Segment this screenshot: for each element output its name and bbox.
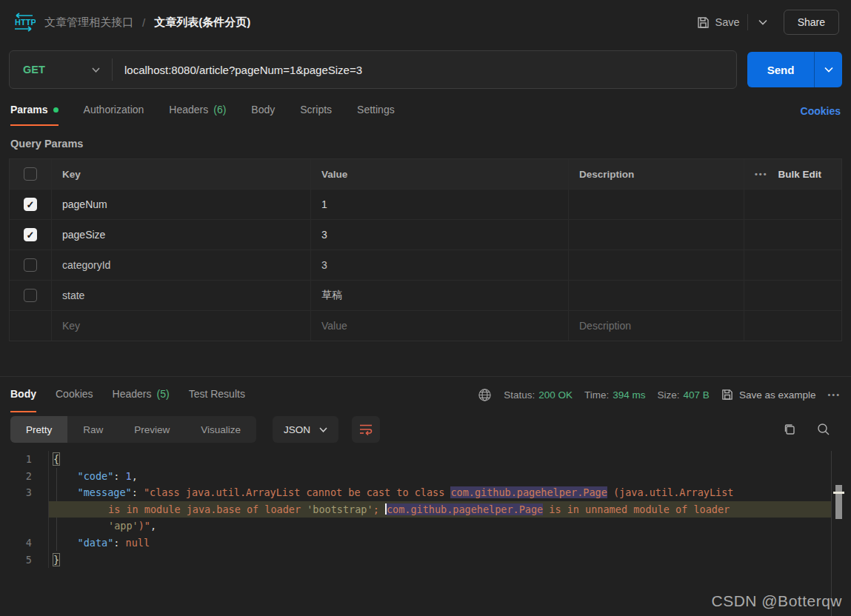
search-icon[interactable]	[817, 423, 830, 436]
tab-body[interactable]: Body	[251, 96, 275, 126]
param-value[interactable]: 1	[310, 190, 568, 219]
line-number: 4	[0, 535, 49, 552]
tab-label: Body	[251, 104, 275, 116]
save-icon	[721, 389, 733, 401]
bulk-edit-button[interactable]: Bulk Edit	[778, 169, 822, 180]
save-options-chevron-icon[interactable]	[755, 16, 770, 28]
param-row-end	[744, 281, 841, 310]
param-description[interactable]	[568, 281, 744, 310]
tab-label: Params	[10, 104, 48, 116]
view-visualize[interactable]: Visualize	[185, 416, 256, 443]
param-checkbox-unchecked[interactable]	[24, 289, 37, 302]
save-as-example-button[interactable]: Save as example	[721, 389, 816, 401]
breadcrumb-request-name[interactable]: 文章列表(条件分页)	[154, 16, 250, 30]
share-button[interactable]: Share	[784, 10, 839, 35]
scrollbar-thumb[interactable]	[835, 485, 842, 519]
watermark: CSDN @Botterqw	[711, 592, 842, 610]
line-number: 2	[0, 468, 49, 485]
send-label: Send	[747, 52, 814, 87]
response-tab-body[interactable]: Body	[10, 377, 36, 412]
view-preview[interactable]: Preview	[119, 416, 185, 443]
param-value[interactable]: 3	[310, 220, 568, 250]
code-line: 3 "message": "class java.util.ArrayList …	[0, 484, 831, 501]
tab-settings[interactable]: Settings	[357, 96, 395, 126]
param-key[interactable]: pageNum	[51, 190, 310, 219]
response-meta: Status:200 OK Time:394 ms Size:407 B Sav…	[478, 377, 841, 412]
param-row: ✓pageNum1	[10, 189, 841, 219]
param-value[interactable]: 3	[310, 250, 568, 280]
view-raw[interactable]: Raw	[67, 416, 119, 443]
line-number: 1	[0, 451, 49, 468]
param-checkbox-checked[interactable]: ✓	[24, 198, 37, 211]
query-params-rows: ✓pageNum1✓pageSize3categoryId3state草稿Key…	[10, 189, 841, 341]
cookies-link[interactable]: Cookies	[801, 105, 841, 117]
param-checkbox-unchecked[interactable]	[24, 258, 37, 272]
save-label: Save	[715, 16, 740, 28]
method-selector[interactable]: GET	[10, 64, 112, 76]
param-row-end	[744, 190, 841, 219]
tab-label: Headers	[113, 388, 152, 400]
divider	[112, 58, 113, 81]
copy-icon[interactable]	[783, 423, 796, 436]
line-number: 5	[0, 552, 49, 569]
send-options-chevron-icon[interactable]	[814, 52, 842, 87]
param-key[interactable]: pageSize	[51, 220, 310, 250]
divider	[747, 14, 748, 30]
code-scrollbar[interactable]	[831, 451, 851, 616]
param-key[interactable]: categoryId	[51, 250, 310, 280]
param-key[interactable]: Key	[51, 311, 310, 341]
format-dropdown[interactable]: JSON	[273, 416, 338, 443]
response-body-editor[interactable]: 1{2 "code": 1,3 "message": "class java.u…	[0, 451, 851, 577]
line-number	[0, 501, 49, 518]
tab-params[interactable]: Params	[10, 96, 59, 126]
params-active-dot	[53, 107, 59, 113]
save-button[interactable]: Save	[697, 16, 740, 29]
response-tab-cookies[interactable]: Cookies	[56, 377, 93, 412]
request-url-row: GET Send	[9, 50, 842, 89]
response-panel: BodyCookiesHeaders(5)Test Results Status…	[0, 376, 851, 577]
code-line: is in module java.base of loader 'bootst…	[0, 501, 831, 518]
tab-label: Test Results	[189, 388, 245, 400]
param-row-end	[744, 220, 841, 250]
param-description[interactable]: Description	[568, 311, 744, 341]
param-description[interactable]	[568, 250, 744, 280]
method-label: GET	[23, 64, 45, 76]
network-globe-icon	[478, 388, 492, 402]
tab-scripts[interactable]: Scripts	[300, 96, 332, 126]
send-button[interactable]: Send	[747, 52, 842, 87]
more-options-icon[interactable]: •••	[755, 170, 768, 178]
tab-authorization[interactable]: Authorization	[84, 96, 144, 126]
tab-label: Headers	[169, 104, 208, 116]
param-description[interactable]	[568, 220, 744, 250]
param-description[interactable]	[568, 190, 744, 219]
response-tab-headers[interactable]: Headers(5)	[113, 377, 170, 412]
param-key[interactable]: state	[51, 281, 310, 310]
svg-text:HTTP: HTTP	[15, 18, 36, 27]
code-line: 'app')",	[0, 518, 831, 535]
wrap-lines-button[interactable]	[352, 416, 380, 443]
param-value[interactable]: Value	[310, 311, 568, 341]
param-row: ✓pageSize3	[10, 219, 841, 250]
param-value[interactable]: 草稿	[310, 281, 568, 310]
tab-label: Settings	[357, 104, 395, 116]
select-all-checkbox[interactable]	[24, 167, 37, 181]
code-text: 'app')",	[49, 518, 831, 535]
url-input[interactable]	[124, 64, 736, 76]
query-params-table: Key Value Description ••• Bulk Edit ✓pag…	[9, 158, 842, 341]
tab-headers[interactable]: Headers(6)	[169, 96, 226, 126]
param-checkbox-checked[interactable]: ✓	[24, 228, 37, 241]
format-label: JSON	[284, 424, 310, 435]
response-more-options-icon[interactable]: •••	[827, 390, 841, 399]
view-pretty[interactable]: Pretty	[10, 416, 67, 443]
response-tab-test-results[interactable]: Test Results	[189, 377, 245, 412]
tab-label: Authorization	[84, 104, 144, 116]
code-text: is in module java.base of loader 'bootst…	[49, 501, 831, 518]
tab-count-badge: (6)	[213, 104, 226, 116]
query-params-title: Query Params	[10, 138, 851, 150]
breadcrumb-collection[interactable]: 文章管理相关接口	[44, 16, 133, 30]
status-badge: Status:200 OK	[504, 389, 573, 401]
url-box: GET	[9, 50, 737, 89]
http-request-icon: HTTP	[12, 13, 36, 32]
param-row: KeyValueDescription	[10, 310, 841, 341]
code-line: 2 "code": 1,	[0, 468, 831, 485]
